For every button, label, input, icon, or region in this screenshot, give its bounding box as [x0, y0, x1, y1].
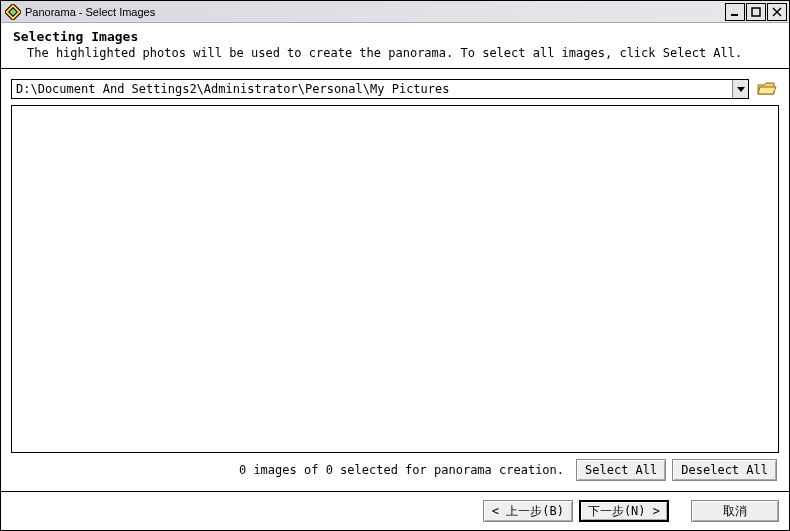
path-dropdown-button[interactable] [732, 80, 748, 98]
wizard-footer: < 上一步(B) 下一步(N) > 取消 [1, 491, 789, 530]
minimize-button[interactable] [725, 3, 745, 21]
page-description: The highlighted photos will be used to c… [13, 46, 777, 60]
image-list-area[interactable] [11, 105, 779, 453]
content-area: D:\Document And Settings2\Administrator\… [1, 69, 789, 491]
select-all-button[interactable]: Select All [576, 459, 666, 481]
app-icon [5, 4, 21, 20]
selection-status: 0 images of 0 selected for panorama crea… [13, 463, 570, 477]
path-combobox[interactable]: D:\Document And Settings2\Administrator\… [11, 79, 749, 99]
maximize-button[interactable] [746, 3, 766, 21]
back-button[interactable]: < 上一步(B) [483, 500, 573, 522]
open-folder-icon [757, 81, 777, 97]
deselect-all-button[interactable]: Deselect All [672, 459, 777, 481]
window-controls [724, 3, 787, 21]
titlebar: Panorama - Select Images [1, 1, 789, 23]
svg-marker-8 [758, 87, 776, 94]
svg-rect-3 [752, 8, 760, 16]
app-window: Panorama - Select Images Selecting Image… [0, 0, 790, 531]
path-row: D:\Document And Settings2\Administrator\… [11, 79, 779, 99]
cancel-button[interactable]: 取消 [691, 500, 779, 522]
chevron-down-icon [737, 85, 745, 93]
header-panel: Selecting Images The highlighted photos … [1, 23, 789, 69]
browse-folder-button[interactable] [755, 79, 779, 99]
spacer [675, 500, 685, 522]
close-button[interactable] [767, 3, 787, 21]
window-title: Panorama - Select Images [25, 6, 720, 18]
next-button[interactable]: 下一步(N) > [579, 500, 669, 522]
path-value: D:\Document And Settings2\Administrator\… [12, 82, 732, 96]
page-heading: Selecting Images [13, 29, 777, 44]
svg-marker-6 [737, 87, 745, 92]
status-row: 0 images of 0 selected for panorama crea… [11, 453, 779, 485]
